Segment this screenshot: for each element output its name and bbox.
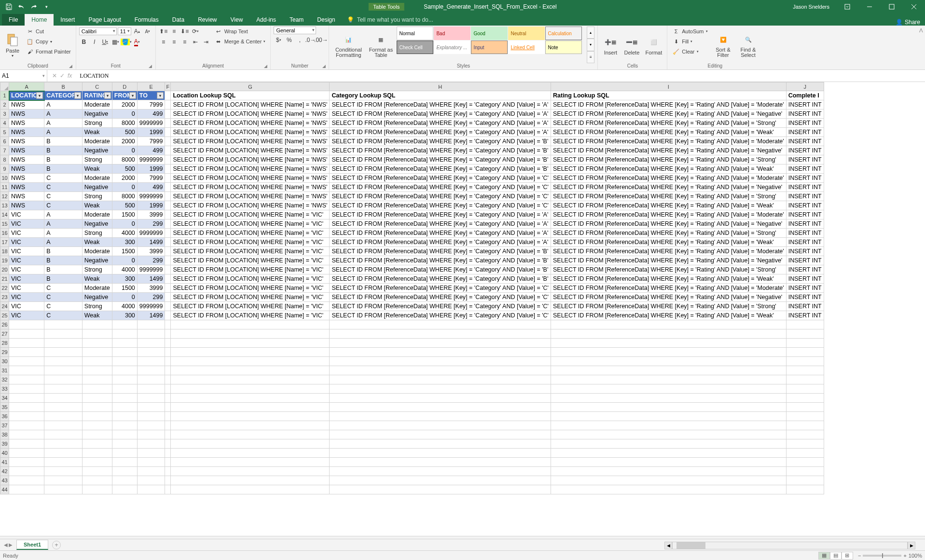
- cell[interactable]: [137, 320, 165, 329]
- ribbon-display-icon[interactable]: [836, 0, 858, 14]
- underline-button[interactable]: U▾: [100, 37, 110, 47]
- cell[interactable]: [786, 375, 824, 384]
- cell[interactable]: [9, 329, 44, 339]
- cell[interactable]: 2000: [112, 100, 137, 109]
- cell[interactable]: SELECT ID FROM [ReferenceData] WHERE [Ke…: [330, 100, 551, 109]
- cell[interactable]: INSERT INT: [786, 210, 824, 219]
- cell[interactable]: [165, 394, 171, 403]
- cell[interactable]: 4000: [112, 302, 137, 311]
- cell[interactable]: [171, 430, 330, 439]
- cell[interactable]: SELECT ID FROM [LOCATION] WHERE [Name] =…: [171, 229, 330, 238]
- cell[interactable]: [551, 329, 786, 339]
- row-header-11[interactable]: 11: [0, 183, 9, 192]
- cell[interactable]: [786, 485, 824, 494]
- row-header-34[interactable]: 34: [0, 394, 9, 403]
- cell[interactable]: [112, 375, 137, 384]
- cell[interactable]: A: [44, 128, 82, 137]
- cell[interactable]: [112, 421, 137, 430]
- cell[interactable]: [171, 458, 330, 467]
- cell[interactable]: [9, 467, 44, 476]
- select-all-corner[interactable]: [0, 82, 9, 91]
- cell[interactable]: [330, 329, 551, 339]
- row-header-14[interactable]: 14: [0, 210, 9, 219]
- cell[interactable]: B: [44, 164, 82, 174]
- cell[interactable]: [44, 339, 82, 348]
- tab-review[interactable]: Review: [191, 14, 223, 26]
- cell[interactable]: [112, 329, 137, 339]
- cell[interactable]: [137, 394, 165, 403]
- cell[interactable]: [82, 320, 112, 329]
- cell[interactable]: [165, 357, 171, 366]
- cell[interactable]: [9, 412, 44, 421]
- cell[interactable]: [82, 348, 112, 357]
- cell[interactable]: [112, 403, 137, 412]
- cell[interactable]: [9, 366, 44, 375]
- cell[interactable]: INSERT INT: [786, 201, 824, 210]
- cell[interactable]: [165, 421, 171, 430]
- cell[interactable]: SELECT ID FROM [LOCATION] WHERE [Name] =…: [171, 274, 330, 284]
- cell[interactable]: [44, 384, 82, 394]
- cell[interactable]: [165, 403, 171, 412]
- orientation-icon[interactable]: ⟳▾: [191, 27, 200, 36]
- filter-dropdown-icon[interactable]: ▾: [36, 92, 43, 99]
- sort-filter-button[interactable]: 🔽Sort & Filter: [712, 27, 735, 63]
- number-format-combo[interactable]: General: [274, 27, 316, 34]
- cell[interactable]: SELECT ID FROM [LOCATION] WHERE [Name] =…: [171, 311, 330, 320]
- table-header-rating[interactable]: RATING▾: [82, 91, 112, 100]
- row-header-9[interactable]: 9: [0, 164, 9, 174]
- cell[interactable]: [330, 476, 551, 485]
- view-normal-icon[interactable]: ▦: [818, 552, 830, 560]
- cell[interactable]: [9, 485, 44, 494]
- cell[interactable]: SELECT ID FROM [LOCATION] WHERE [Name] =…: [171, 293, 330, 302]
- cell[interactable]: SELECT ID FROM [LOCATION] WHERE [Name] =…: [171, 119, 330, 128]
- table-header-location[interactable]: LOCATION▾: [9, 91, 44, 100]
- hscroll-thumb[interactable]: [676, 542, 705, 549]
- accounting-format-icon[interactable]: $▾: [274, 35, 283, 45]
- cell[interactable]: [82, 467, 112, 476]
- cell[interactable]: [137, 476, 165, 485]
- cell[interactable]: B: [44, 146, 82, 155]
- row-header-2[interactable]: 2: [0, 100, 9, 109]
- cell[interactable]: [786, 458, 824, 467]
- cell[interactable]: 2000: [112, 174, 137, 183]
- cell[interactable]: INSERT INT: [786, 219, 824, 229]
- cell[interactable]: SELECT ID FROM [LOCATION] WHERE [Name] =…: [171, 302, 330, 311]
- cell[interactable]: 1499: [137, 238, 165, 247]
- cell[interactable]: SELECT ID FROM [ReferenceData] WHERE [Ke…: [330, 284, 551, 293]
- cell[interactable]: [330, 394, 551, 403]
- cell[interactable]: 500: [112, 201, 137, 210]
- cell[interactable]: [44, 412, 82, 421]
- format-cells-button[interactable]: ⬜Format: [643, 27, 664, 63]
- cell[interactable]: INSERT INT: [786, 174, 824, 183]
- cell[interactable]: [165, 137, 171, 146]
- cell[interactable]: [786, 320, 824, 329]
- decrease-decimal-icon[interactable]: .00→: [316, 35, 326, 45]
- cell[interactable]: [112, 430, 137, 439]
- tell-me-search[interactable]: 💡 Tell me what you want to do...: [342, 14, 438, 26]
- cell[interactable]: [112, 394, 137, 403]
- cell[interactable]: [137, 348, 165, 357]
- cell[interactable]: [44, 485, 82, 494]
- cell[interactable]: [137, 449, 165, 458]
- style-linked-cell[interactable]: Linked Cell: [508, 41, 545, 54]
- cell[interactable]: [786, 329, 824, 339]
- cell[interactable]: [44, 421, 82, 430]
- cell[interactable]: INSERT INT: [786, 137, 824, 146]
- cell[interactable]: SELECT ID FROM [ReferenceData] WHERE [Ke…: [551, 192, 786, 201]
- cell[interactable]: 9999999: [137, 119, 165, 128]
- minimize-icon[interactable]: [858, 0, 881, 14]
- cell[interactable]: [786, 348, 824, 357]
- cell[interactable]: SELECT ID FROM [ReferenceData] WHERE [Ke…: [551, 100, 786, 109]
- row-header-28[interactable]: 28: [0, 339, 9, 348]
- cell[interactable]: NWS: [9, 201, 44, 210]
- cell[interactable]: [165, 256, 171, 265]
- cell[interactable]: A: [44, 119, 82, 128]
- cell[interactable]: [171, 439, 330, 449]
- cell[interactable]: [165, 146, 171, 155]
- cell[interactable]: SELECT ID FROM [ReferenceData] WHERE [Ke…: [330, 311, 551, 320]
- cell[interactable]: [165, 201, 171, 210]
- zoom-slider[interactable]: [863, 555, 901, 557]
- cell[interactable]: [165, 302, 171, 311]
- cell[interactable]: [786, 467, 824, 476]
- cell[interactable]: INSERT INT: [786, 100, 824, 109]
